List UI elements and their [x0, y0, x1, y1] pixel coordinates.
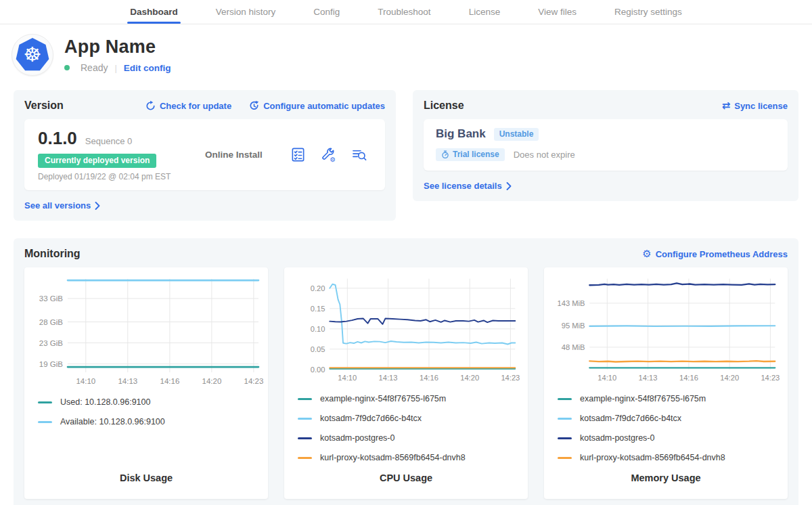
svg-text:14:23: 14:23 — [761, 374, 780, 382]
configure-auto-updates-link[interactable]: Configure automatic updates — [249, 101, 385, 111]
svg-text:14:20: 14:20 — [202, 377, 222, 385]
legend-dash-icon — [558, 418, 572, 420]
svg-text:14:13: 14:13 — [118, 377, 137, 385]
svg-text:14:16: 14:16 — [160, 377, 180, 385]
check-for-update-link[interactable]: Check for update — [145, 101, 231, 111]
version-number: 0.1.0 — [38, 128, 77, 149]
memory-usage-chart-card: 14:1014:1314:1614:2014:23143 MiB95 MiB48… — [544, 267, 788, 499]
svg-text:33 GiB: 33 GiB — [39, 294, 63, 303]
legend-label: kotsadm-7f9dc7d66c-b4tcx — [580, 414, 681, 423]
license-card: License ⇄ Sync license Big Bank Unstable — [413, 90, 798, 201]
svg-text:14:10: 14:10 — [597, 374, 616, 382]
preflight-checklist-icon[interactable] — [290, 147, 306, 162]
expiry-text: Does not expire — [514, 150, 575, 160]
svg-text:23 GiB: 23 GiB — [39, 339, 63, 347]
see-all-versions-link[interactable]: See all versions — [24, 200, 100, 211]
chevron-right-icon — [506, 182, 512, 190]
app-status: Ready — [81, 62, 108, 73]
legend-label: kotsadm-postgres-0 — [320, 433, 394, 443]
current-version-card: 0.1.0 Sequence 0 Currently deployed vers… — [24, 119, 385, 190]
svg-text:0.15: 0.15 — [311, 305, 325, 313]
tab-registry-settings[interactable]: Registry settings — [614, 0, 682, 24]
legend-dash-icon — [298, 457, 312, 459]
legend-label: example-nginx-54f8f76755-l675m — [320, 394, 446, 403]
svg-text:0.20: 0.20 — [311, 284, 325, 292]
legend-dash-icon — [298, 418, 312, 420]
legend-dash-icon — [38, 401, 52, 403]
disk-usage-chart-card: 14:1014:1314:1614:2014:2333 GiB28 GiB23 … — [24, 267, 268, 499]
legend-dash-icon — [298, 437, 312, 439]
svg-text:14:10: 14:10 — [338, 374, 357, 382]
svg-text:28 GiB: 28 GiB — [39, 318, 63, 326]
refresh-icon — [145, 101, 156, 111]
svg-text:48 MiB: 48 MiB — [562, 343, 585, 351]
svg-text:14:23: 14:23 — [244, 377, 264, 385]
legend-label: example-nginx-54f8f76755-l675m — [580, 394, 706, 403]
license-heading: License — [424, 100, 464, 112]
svg-text:0.10: 0.10 — [311, 325, 325, 333]
legend-label: Available: 10.128.0.96:9100 — [60, 417, 165, 426]
legend-item: kotsadm-7f9dc7d66c-b4tcx — [298, 414, 528, 423]
config-wrench-icon[interactable]: ⚙ — [321, 147, 336, 162]
legend-dash-icon — [558, 457, 572, 459]
stopwatch-icon — [441, 150, 449, 159]
app-header: ☸ App Name Ready | Edit config — [0, 24, 812, 84]
svg-text:14:13: 14:13 — [639, 374, 658, 382]
chevron-right-icon — [95, 202, 100, 210]
svg-text:⚙: ⚙ — [330, 156, 336, 162]
install-type-label: Online Install — [205, 150, 263, 160]
channel-badge: Unstable — [494, 128, 539, 141]
tab-config[interactable]: Config — [313, 0, 340, 24]
customer-name: Big Bank — [436, 127, 486, 141]
disk-usage-chart: 14:1014:1314:1614:2014:2333 GiB28 GiB23 … — [24, 271, 268, 390]
clock-refresh-icon — [249, 101, 259, 111]
tab-license[interactable]: License — [469, 0, 501, 24]
legend-dash-icon — [558, 398, 572, 400]
tab-dashboard[interactable]: Dashboard — [130, 0, 178, 24]
memory-usage-legend: example-nginx-54f8f76755-l675mkotsadm-7f… — [544, 387, 788, 473]
status-dot-icon — [64, 65, 70, 70]
tab-version-history[interactable]: Version history — [216, 0, 276, 24]
sync-license-link[interactable]: ⇄ Sync license — [722, 101, 788, 111]
deployed-badge: Currently deployed version — [38, 154, 156, 168]
cpu-usage-chart-card: 14:1014:1314:1614:2014:230.200.150.100.0… — [284, 267, 528, 499]
sequence-label: Sequence 0 — [85, 136, 132, 146]
legend-item: example-nginx-54f8f76755-l675m — [558, 394, 788, 403]
svg-text:19 GiB: 19 GiB — [39, 360, 63, 368]
legend-item: example-nginx-54f8f76755-l675m — [298, 394, 528, 403]
page-title: App Name — [64, 37, 171, 58]
svg-text:14:20: 14:20 — [720, 374, 739, 382]
chart-title: CPU Usage — [284, 473, 528, 499]
svg-text:14:23: 14:23 — [501, 374, 520, 382]
view-logs-icon[interactable] — [351, 147, 367, 162]
edit-config-link[interactable]: Edit config — [124, 63, 171, 73]
memory-usage-chart: 14:1014:1314:1614:2014:23143 MiB95 MiB48… — [544, 271, 788, 387]
legend-dash-icon — [298, 398, 312, 400]
legend-item: kurl-proxy-kotsadm-8569fb6454-dnvh8 — [298, 453, 528, 462]
legend-item: Used: 10.128.0.96:9100 — [38, 397, 268, 407]
chart-title: Disk Usage — [24, 473, 268, 499]
tab-troubleshoot[interactable]: Troubleshoot — [378, 0, 430, 24]
legend-item: kotsadm-postgres-0 — [298, 433, 528, 443]
gear-icon: ⚙ — [642, 249, 651, 259]
legend-item: kurl-proxy-kotsadm-8569fb6454-dnvh8 — [558, 453, 788, 462]
legend-label: kotsadm-postgres-0 — [580, 433, 654, 443]
svg-text:14:16: 14:16 — [420, 374, 438, 382]
legend-dash-icon — [38, 421, 52, 423]
legend-dash-icon — [558, 437, 572, 439]
tab-view-files[interactable]: View files — [538, 0, 577, 24]
legend-label: kurl-proxy-kotsadm-8569fb6454-dnvh8 — [580, 453, 725, 462]
sync-icon: ⇄ — [722, 101, 731, 111]
license-details-card: Big Bank Unstable Trial license Does not… — [424, 119, 788, 171]
svg-text:14:13: 14:13 — [379, 374, 398, 382]
see-license-details-link[interactable]: See license details — [424, 181, 512, 191]
legend-label: kurl-proxy-kotsadm-8569fb6454-dnvh8 — [320, 453, 466, 462]
svg-text:143 MiB: 143 MiB — [558, 299, 585, 307]
svg-text:0.05: 0.05 — [311, 345, 325, 353]
configure-prometheus-link[interactable]: ⚙ Configure Prometheus Address — [642, 249, 788, 259]
kubernetes-icon: ☸ — [16, 38, 49, 72]
top-navigation: Dashboard Version history Config Trouble… — [0, 0, 812, 24]
disk-usage-legend: Used: 10.128.0.96:9100Available: 10.128.… — [24, 390, 268, 437]
legend-item: kotsadm-postgres-0 — [558, 433, 788, 443]
version-heading: Version — [24, 100, 64, 112]
